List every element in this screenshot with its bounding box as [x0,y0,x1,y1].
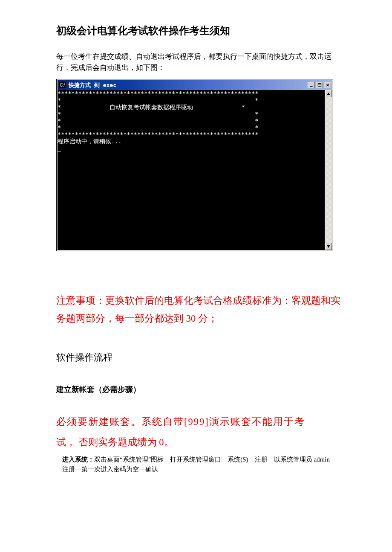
console-line: * * [58,117,258,124]
close-icon [326,83,330,87]
console-scrollbar[interactable] [325,90,332,250]
svg-rect-0 [310,86,312,87]
console-cursor: _ [58,145,61,151]
console-line: ****************************************… [58,131,258,138]
console-line: 程序启动中，请稍候... [58,138,121,145]
maximize-icon [317,83,322,87]
sub-heading: 建立新帐套（必需步骤） [56,384,341,395]
close-button[interactable] [324,82,331,88]
svg-rect-2 [318,84,321,84]
console-window: C:\ 快捷方式 到 exec ************************… [56,79,333,251]
section-heading: 软件操作流程 [56,351,341,364]
minimize-button[interactable] [308,82,315,88]
notice-red: 注意事项：更换软件后的电算化考试合格成绩标准为：客观题和实务题两部分，每一部分都… [56,292,341,327]
maximize-button[interactable] [316,82,323,88]
console-body: ****************************************… [58,90,325,250]
console-line: ****************************************… [58,90,258,97]
enter-system-label: 进入系统： [62,456,94,463]
scroll-track[interactable] [325,97,332,243]
console-line: * * [58,97,258,104]
console-line: * * [58,124,258,131]
console-body-wrap: ****************************************… [58,90,332,250]
enter-system-paragraph: 进入系统：双击桌面“系统管理”图标—打开系统管理窗口—系统(S)—注册—以系统管… [56,455,333,475]
scroll-up-button[interactable] [325,90,332,97]
must-build-line2: 试， 否则实务题成绩为 0。 [56,437,174,447]
chevron-down-icon [327,245,330,248]
chevron-up-icon [327,93,330,95]
minimize-icon [309,83,314,87]
page-title: 初级会计电算化考试软件操作考生须知 [56,24,341,38]
cmd-icon: C:\ [59,82,66,88]
enter-system-text: 双击桌面“系统管理”图标—打开系统管理窗口—系统(S)—注册—以系统管理员 ad… [62,456,330,473]
console-title-text: 快捷方式 到 exec [69,81,116,89]
console-line: * * [58,110,258,117]
console-titlebar: C:\ 快捷方式 到 exec [58,80,332,90]
scroll-down-button[interactable] [325,243,332,250]
must-build-line1: 必须要新建账套。系统自带[999]演示账套不能用于考 [56,416,305,427]
intro-text: 每一位考生在提交成绩、自动退出考试程序后，都要执行一下桌面的快捷方式，双击运行，… [56,51,341,73]
console-line: * 自动恢复考试帐套数据程序驱动 * [58,104,245,110]
must-build-red: 必须要新建账套。系统自带[999]演示账套不能用于考 试， 否则实务题成绩为 0… [56,412,341,452]
